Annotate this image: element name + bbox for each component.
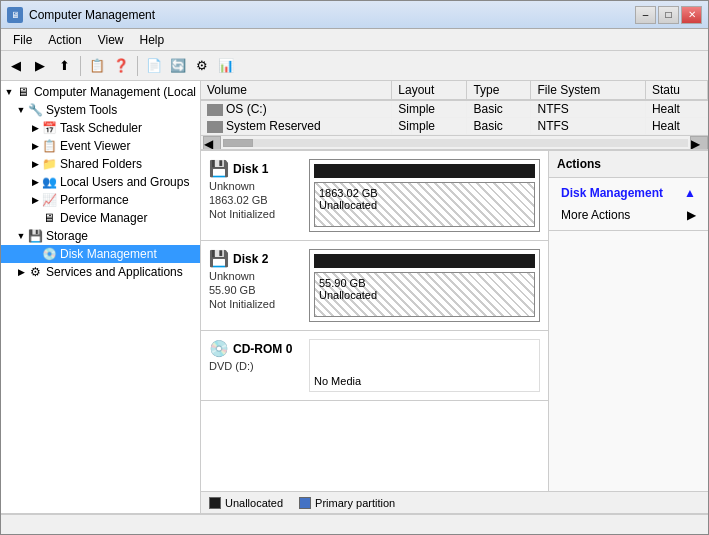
legend-primary: Primary partition [299, 497, 395, 509]
root-expand[interactable]: ▼ [3, 86, 15, 98]
performance-icon: 📈 [41, 192, 57, 208]
vol-name-sysres: System Reserved [201, 118, 392, 135]
disk2-partitions: 55.90 GB Unallocated [305, 245, 544, 326]
close-button[interactable]: ✕ [681, 6, 702, 24]
disk2-size-label: 55.90 GB [319, 277, 365, 289]
storage-icon: 💾 [27, 228, 43, 244]
cdrom-status: No Media [314, 375, 535, 387]
task-scheduler-label: Task Scheduler [60, 121, 142, 135]
h-scrollbar[interactable]: ◀ ▶ [201, 135, 708, 149]
task-sched-expand[interactable]: ▶ [29, 122, 41, 134]
storage-expand[interactable]: ▼ [15, 230, 27, 242]
scroll-thumb[interactable] [223, 139, 253, 147]
local-users-label: Local Users and Groups [60, 175, 189, 189]
vol-fs-sysres: NTFS [531, 118, 645, 135]
services-apps-expand[interactable]: ▶ [15, 266, 27, 278]
tree-performance[interactable]: ▶ 📈 Performance [1, 191, 200, 209]
status-bar [1, 514, 708, 534]
system-tools-icon: 🔧 [27, 102, 43, 118]
event-viewer-label: Event Viewer [60, 139, 130, 153]
performance-expand[interactable]: ▶ [29, 194, 41, 206]
cdrom-row: 💿 CD-ROM 0 DVD (D:) No Media [201, 331, 548, 401]
menu-view[interactable]: View [90, 31, 132, 49]
menu-help[interactable]: Help [132, 31, 173, 49]
col-filesystem[interactable]: File System [531, 81, 645, 100]
tree-local-users[interactable]: ▶ 👥 Local Users and Groups [1, 173, 200, 191]
action-disk-management[interactable]: Disk Management ▲ [549, 182, 708, 204]
disk1-info: 💾 Disk 1 Unknown 1863.02 GB Not Initiali… [205, 155, 305, 236]
action-more-actions[interactable]: More Actions ▶ [549, 204, 708, 226]
event-viewer-expand[interactable]: ▶ [29, 140, 41, 152]
col-layout[interactable]: Layout [392, 81, 467, 100]
title-bar-buttons: – □ ✕ [635, 6, 702, 24]
toolbar-separator-2 [137, 56, 138, 76]
shared-folders-expand[interactable]: ▶ [29, 158, 41, 170]
col-type[interactable]: Type [467, 81, 531, 100]
tree-device-manager[interactable]: 🖥 Device Manager [1, 209, 200, 227]
local-users-expand[interactable]: ▶ [29, 176, 41, 188]
back-button[interactable]: ◀ [5, 55, 27, 77]
vol-type-os: Basic [467, 100, 531, 118]
vol-status-sysres: Healt [645, 118, 707, 135]
col-volume[interactable]: Volume [201, 81, 392, 100]
disk2-type: Unknown [209, 270, 301, 282]
table-row: System Reserved Simple Basic NTFS Healt [201, 118, 708, 135]
tree-event-viewer[interactable]: ▶ 📋 Event Viewer [1, 137, 200, 155]
services-icon: ⚙ [27, 264, 43, 280]
export-button[interactable]: 📄 [143, 55, 165, 77]
actions-panel: Actions Disk Management ▲ More Actions ▶ [548, 151, 708, 491]
actions-section-disk-mgmt: Disk Management ▲ More Actions ▶ [549, 178, 708, 231]
minimize-button[interactable]: – [635, 6, 656, 24]
up-button[interactable]: ⬆ [53, 55, 75, 77]
menu-action[interactable]: Action [40, 31, 89, 49]
cdrom-partitions: No Media [305, 335, 544, 396]
help2-button[interactable]: 📊 [215, 55, 237, 77]
vol-layout-sysres: Simple [392, 118, 467, 135]
show-hide-button[interactable]: 📋 [86, 55, 108, 77]
legend-unallocated-label: Unallocated [225, 497, 283, 509]
scroll-left-btn[interactable]: ◀ [203, 136, 221, 150]
performance-label: Performance [60, 193, 129, 207]
volume-table: Volume Layout Type File System Statu OS … [201, 81, 708, 135]
disk1-partition1[interactable]: 1863.02 GB Unallocated [309, 159, 540, 232]
disk1-type: Unknown [209, 180, 301, 192]
system-tools-expand[interactable]: ▼ [15, 104, 27, 116]
title-bar: 🖥 Computer Management – □ ✕ [1, 1, 708, 29]
shared-folders-icon: 📁 [41, 156, 57, 172]
disk1-name: Disk 1 [233, 162, 268, 176]
tree-shared-folders[interactable]: ▶ 📁 Shared Folders [1, 155, 200, 173]
cdrom-type: DVD (D:) [209, 360, 301, 372]
scroll-right-btn[interactable]: ▶ [690, 136, 708, 150]
legend-bar: Unallocated Primary partition [201, 491, 708, 513]
disk2-icon: 💾 [209, 249, 229, 268]
toolbar: ◀ ▶ ⬆ 📋 ❓ 📄 🔄 ⚙ 📊 [1, 51, 708, 81]
tree-panel: ▼ 🖥 Computer Management (Local ▼ 🔧 Syste… [1, 81, 201, 513]
tree-storage[interactable]: ▼ 💾 Storage [1, 227, 200, 245]
help-button[interactable]: ❓ [110, 55, 132, 77]
menu-file[interactable]: File [5, 31, 40, 49]
tree-disk-management[interactable]: 💿 Disk Management [1, 245, 200, 263]
forward-button[interactable]: ▶ [29, 55, 51, 77]
disk1-black-bar [314, 164, 535, 178]
refresh-button[interactable]: 🔄 [167, 55, 189, 77]
tree-system-tools[interactable]: ▼ 🔧 System Tools [1, 101, 200, 119]
maximize-button[interactable]: □ [658, 6, 679, 24]
scroll-track[interactable] [223, 139, 688, 147]
tree-root[interactable]: ▼ 🖥 Computer Management (Local [1, 83, 200, 101]
cdrom-icon: 💿 [209, 339, 229, 358]
tree-task-scheduler[interactable]: ▶ 📅 Task Scheduler [1, 119, 200, 137]
cdrom-info: 💿 CD-ROM 0 DVD (D:) [205, 335, 305, 396]
table-row: OS (C:) Simple Basic NTFS Healt [201, 100, 708, 118]
disk1-partitions: 1863.02 GB Unallocated [305, 155, 544, 236]
disk2-black-bar [314, 254, 535, 268]
tree-services-apps[interactable]: ▶ ⚙ Services and Applications [1, 263, 200, 281]
disk2-partition1[interactable]: 55.90 GB Unallocated [309, 249, 540, 322]
computer-management-window: 🖥 Computer Management – □ ✕ File Action … [0, 0, 709, 535]
properties-button[interactable]: ⚙ [191, 55, 213, 77]
cdrom-name: CD-ROM 0 [233, 342, 292, 356]
device-manager-icon: 🖥 [41, 210, 57, 226]
legend-primary-box [299, 497, 311, 509]
col-status[interactable]: Statu [645, 81, 707, 100]
toolbar-separator-1 [80, 56, 81, 76]
app-icon: 🖥 [7, 7, 23, 23]
